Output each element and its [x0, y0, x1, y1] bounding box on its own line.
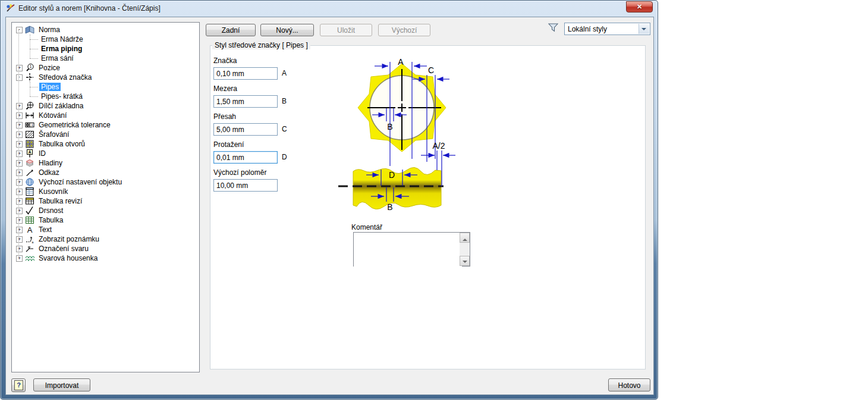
centermark-icon [25, 73, 34, 82]
expand-icon[interactable]: + [16, 103, 23, 109]
scroll-down-icon[interactable] [460, 256, 470, 266]
tree-item-erma-sani[interactable]: Erma sání [12, 54, 199, 63]
tree-item-dilci-zakladna[interactable]: + Dílčí základna [12, 101, 199, 111]
title-bar: Editor stylů a norem [Knihovna - Čtení/Z… [1, 1, 658, 17]
tree-connector [30, 58, 38, 59]
znacka-input[interactable] [213, 67, 278, 80]
tree-item-label: Kusovník [37, 187, 70, 196]
groupbox-title: Styl středové značky [ Pipes ] [212, 41, 310, 49]
presah-label: Přesah [213, 112, 236, 121]
dim-letter-d: D [282, 153, 287, 161]
datum-target-icon [25, 101, 34, 111]
tree-item-label: Odkaz [37, 168, 61, 177]
expand-icon[interactable]: + [16, 65, 23, 71]
vychozi-polomer-input[interactable] [213, 179, 278, 192]
new-button[interactable]: Nový... [260, 24, 314, 36]
expand-icon[interactable]: + [16, 122, 23, 129]
collapse-icon[interactable]: - [16, 74, 23, 81]
presah-input[interactable] [213, 123, 278, 136]
expand-icon[interactable]: + [16, 217, 23, 224]
tree-item-erma-nadrze[interactable]: Erma Nádrže [12, 35, 199, 44]
tree-item-kotovani[interactable]: + Kótování [12, 111, 199, 120]
tree-item-tabulka-otvoru[interactable]: + Tabulka otvorů [12, 139, 199, 149]
expand-icon[interactable]: + [16, 236, 23, 243]
help-button[interactable]: ? [11, 378, 26, 392]
back-button[interactable]: Zadní [206, 24, 256, 36]
label-c: C [428, 65, 434, 75]
comment-textarea[interactable] [354, 233, 462, 268]
protazeni-input[interactable] [213, 151, 278, 164]
tree-item-label: Tabulka [37, 216, 65, 224]
tree-item-oznaceni-svaru[interactable]: + Označení svaru [12, 244, 199, 253]
expand-icon[interactable]: + [16, 208, 23, 214]
layers-icon [25, 158, 34, 168]
tree-item-geometricka-tolerance[interactable]: + .1 Geometrická tolerance [12, 120, 199, 130]
tree-guide [18, 30, 19, 258]
comment-scrollbar[interactable] [460, 233, 470, 266]
close-button[interactable]: ✕ [626, 1, 653, 12]
style-editor-dialog: Editor stylů a norem [Knihovna - Čtení/Z… [0, 0, 658, 400]
tree-item-odkaz[interactable]: + Odkaz [12, 168, 199, 177]
default-button: Výchozí [378, 24, 430, 36]
tree-item-pipes[interactable]: Pipes [12, 82, 199, 92]
tree-item-label: Text [37, 225, 54, 234]
standard-book-icon [25, 25, 34, 35]
tree-connector [30, 96, 38, 97]
expand-icon[interactable]: + [16, 170, 23, 176]
tree-item-stredova-znacka[interactable]: - Středová značka [12, 73, 199, 82]
tree-item-text[interactable]: + A Text [12, 225, 199, 234]
tree-item-label: Drsnost [37, 206, 65, 215]
expand-icon[interactable]: + [16, 131, 23, 138]
style-filter-value: Lokální styly [568, 25, 607, 33]
expand-icon[interactable]: + [16, 179, 23, 186]
tree-item-drsnost[interactable]: + Drsnost [12, 206, 199, 215]
dim-letter-b: B [282, 97, 287, 105]
tree-item-label: Tabulka otvorů [37, 140, 87, 148]
expand-icon[interactable]: + [16, 112, 23, 119]
text-style-icon: A [25, 225, 34, 234]
tree-item-erma-piping[interactable]: Erma piping [12, 44, 199, 54]
expand-icon[interactable]: + [16, 227, 23, 233]
tree-item-pipes-kratka[interactable]: Pipes- krátká [12, 92, 199, 101]
style-filter-select[interactable]: Lokální styly [564, 23, 650, 35]
expand-icon[interactable]: + [16, 189, 23, 195]
expand-icon[interactable]: + [16, 160, 23, 167]
done-button[interactable]: Hotovo [608, 378, 650, 391]
expand-icon[interactable]: + [16, 255, 23, 262]
tree-item-tabulka-revizi[interactable]: + Tabulka revizí [12, 196, 199, 206]
collapse-icon[interactable]: - [16, 27, 23, 33]
dim-letter-a: A [282, 69, 287, 77]
tree-item-svarova-housenka[interactable]: + Svarová housenka [12, 253, 199, 263]
expand-icon[interactable]: + [16, 198, 23, 205]
revision-table-icon [25, 196, 34, 206]
tree-item-label: Šrafování [37, 130, 71, 139]
tree-item-zobrazit-poznamku[interactable]: + a Zobrazit poznámku [12, 234, 199, 244]
surface-finish-icon [25, 206, 34, 215]
tree-item-norma[interactable]: - Norma [12, 25, 199, 35]
tree-item-label: Dílčí základna [37, 102, 85, 110]
expand-icon[interactable]: + [16, 141, 23, 148]
tree-item-label: Erma sání [39, 54, 76, 62]
tree-item-vychozi-nastaveni-objektu[interactable]: + Výchozí nastavení objektu [12, 177, 199, 187]
svg-text:1: 1 [30, 64, 32, 68]
tree-item-id[interactable]: + A ID [12, 149, 199, 158]
tree-item-label: Geometrická tolerance [37, 121, 112, 129]
tree-guide [30, 82, 30, 96]
close-icon: ✕ [637, 3, 642, 10]
chevron-down-icon[interactable] [639, 24, 649, 34]
expand-icon[interactable]: + [16, 151, 23, 157]
mezera-input[interactable] [213, 95, 278, 108]
svg-text:A: A [27, 225, 33, 234]
tree-item-pozice[interactable]: + 1 Pozice [12, 63, 199, 73]
scroll-up-icon[interactable] [460, 233, 470, 243]
import-button[interactable]: Importovat [33, 378, 90, 391]
label-a-half: A/2 [432, 141, 445, 151]
tree-item-label: Výchozí nastavení objektu [37, 178, 124, 186]
tree-item-hladiny[interactable]: + Hladiny [12, 158, 199, 168]
label-b-bottom: B [387, 202, 392, 212]
svg-text:.1: .1 [30, 123, 33, 127]
tree-item-kusovnik[interactable]: + Kusovník [12, 187, 199, 196]
tree-item-tabulka[interactable]: + Tabulka [12, 215, 199, 225]
expand-icon[interactable]: + [16, 246, 23, 252]
tree-item-srafovani[interactable]: + Šrafování [12, 130, 199, 139]
